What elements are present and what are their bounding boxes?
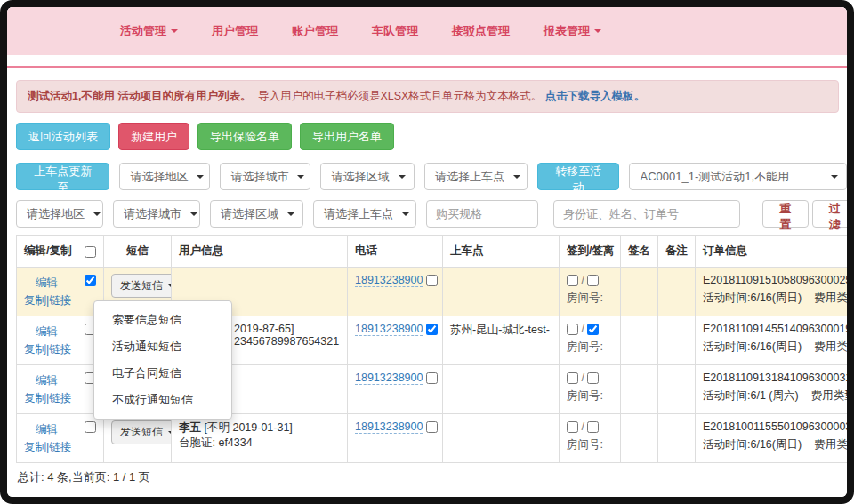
nav-item-account-management[interactable]: 账户管理 bbox=[292, 23, 338, 39]
export-insurance-list-button[interactable]: 导出保险名单 bbox=[197, 123, 292, 150]
region-select[interactable]: 请选择地区 bbox=[119, 163, 210, 190]
nav-item-label: 报表管理 bbox=[544, 23, 590, 39]
nav-item-pickup-point-management[interactable]: 接驳点管理 bbox=[452, 23, 510, 39]
chevron-down-icon bbox=[594, 29, 601, 33]
activity-select[interactable]: AC0001_1-测试活动1,不能用 bbox=[629, 163, 847, 190]
menu-item-trip-cancel-notice-sms[interactable]: 不成行通知短信 bbox=[94, 387, 231, 413]
sign-in-checkbox[interactable] bbox=[567, 372, 578, 384]
sign-separator: / bbox=[581, 274, 584, 286]
select-value: 请选择城市 bbox=[230, 169, 288, 185]
menu-item-request-info-sms[interactable]: 索要信息短信 bbox=[94, 307, 231, 333]
select-value: 请选择地区 bbox=[27, 206, 85, 222]
nav-item-report-management[interactable]: 报表管理 bbox=[544, 23, 601, 39]
send-sms-button[interactable]: 发送短信 bbox=[111, 420, 172, 444]
caret-down-icon bbox=[168, 284, 172, 288]
update-pickup-point-button[interactable]: 上车点更新至 bbox=[16, 163, 109, 190]
order-fee-type: 费用类型 bbox=[814, 340, 847, 353]
header-remark: 备注 bbox=[658, 236, 696, 268]
phone-link[interactable]: 18913238900 bbox=[355, 372, 423, 385]
window-frame: 活动管理 用户管理 账户管理 车队管理 接驳点管理 报表管理 测试活动1,不能用… bbox=[0, 0, 854, 504]
send-sms-label: 发送短信 bbox=[120, 425, 163, 440]
order-id: E20181109131841096300031 bbox=[703, 372, 847, 384]
order-time: 活动时间:6/16(周日) bbox=[703, 438, 802, 451]
navbar-divider bbox=[7, 66, 847, 68]
edit-link[interactable]: 编辑 bbox=[36, 325, 58, 338]
filter-button[interactable]: 过滤 bbox=[812, 200, 848, 228]
edit-link[interactable]: 编辑 bbox=[36, 276, 58, 289]
send-sms-button[interactable]: 发送短信 bbox=[111, 274, 172, 298]
order-id: E20181001155501096300003 bbox=[703, 420, 847, 433]
phone-checkbox[interactable] bbox=[426, 372, 438, 384]
reset-button[interactable]: 重置 bbox=[762, 200, 809, 228]
sign-in-checkbox[interactable] bbox=[567, 275, 578, 286]
caret-down-icon bbox=[402, 212, 409, 216]
row-checkbox[interactable] bbox=[85, 275, 96, 286]
nav-item-activity-management[interactable]: 活动管理 bbox=[120, 23, 178, 39]
nav-item-label: 用户管理 bbox=[212, 23, 258, 39]
nav-item-user-management[interactable]: 用户管理 bbox=[212, 23, 258, 39]
header-order-info: 订单信息 bbox=[696, 236, 848, 268]
table-header-row: 编辑/复制 短信 用户信息 电话 上车点 签到/签离 签名 备注 订单信息 bbox=[17, 236, 848, 268]
sign-in-checkbox[interactable] bbox=[567, 324, 578, 335]
order-id: E20181109151058096300025 bbox=[703, 274, 847, 286]
sign-separator: / bbox=[581, 372, 584, 384]
district-select[interactable]: 请选择区域 bbox=[320, 163, 414, 190]
sms-dropdown-menu: 索要信息短信 活动通知短信 电子合同短信 不成行通知短信 bbox=[93, 300, 232, 420]
menu-item-activity-notice-sms[interactable]: 活动通知短信 bbox=[94, 333, 231, 360]
phone-checkbox[interactable] bbox=[426, 275, 438, 286]
copy-link[interactable]: 复制|链接 bbox=[24, 392, 71, 404]
copy-link[interactable]: 复制|链接 bbox=[24, 294, 71, 307]
menu-item-e-contract-sms[interactable]: 电子合同短信 bbox=[94, 360, 231, 387]
sign-out-checkbox[interactable] bbox=[587, 421, 599, 433]
search-input[interactable] bbox=[553, 200, 740, 228]
room-number-label: 房间号: bbox=[567, 388, 613, 404]
sign-out-checkbox[interactable] bbox=[587, 275, 599, 286]
user-id-line: 23456789987654321 bbox=[234, 335, 340, 348]
select-value: AC0001_1-测试活动1,不能用 bbox=[640, 169, 789, 185]
header-phone: 电话 bbox=[348, 236, 443, 268]
sign-out-checkbox[interactable] bbox=[587, 324, 599, 335]
copy-link[interactable]: 复制|链接 bbox=[24, 441, 71, 453]
district-filter-select[interactable]: 请选择区域 bbox=[210, 200, 303, 228]
city-filter-select[interactable]: 请选择城市 bbox=[113, 200, 200, 228]
header-sms: 短信 bbox=[104, 236, 172, 268]
nav-item-fleet-management[interactable]: 车队管理 bbox=[372, 23, 418, 39]
alert-banner: 测试活动1,不能用 活动项目的所有用户列表。 导入用户的电子档必须是XLSX格式… bbox=[16, 80, 839, 113]
alert-text: 导入用户的电子档必须是XLSX格式且单元格为文本格式。 bbox=[258, 90, 542, 102]
new-user-button[interactable]: 新建用户 bbox=[118, 123, 189, 150]
edit-link[interactable]: 编辑 bbox=[36, 423, 58, 436]
nav-item-label: 账户管理 bbox=[292, 23, 338, 39]
chevron-down-icon bbox=[171, 29, 178, 33]
user-id-line: 台胞证: ef4334 bbox=[179, 436, 340, 451]
user-meta: 2019-87-65] bbox=[234, 323, 294, 335]
select-value: 请选择区域 bbox=[221, 206, 278, 222]
sign-in-checkbox[interactable] bbox=[567, 421, 578, 433]
phone-checkbox[interactable] bbox=[426, 421, 438, 433]
filter-row-pickup-update: 上车点更新至 请选择地区 请选择城市 请选择区域 请选择上车点 转移至活动 AC… bbox=[16, 163, 847, 190]
export-user-list-button[interactable]: 导出用户名单 bbox=[300, 123, 394, 150]
header-signature: 签名 bbox=[621, 236, 658, 268]
region-filter-select[interactable]: 请选择地区 bbox=[16, 200, 103, 228]
edit-link[interactable]: 编辑 bbox=[36, 374, 58, 387]
phone-link[interactable]: 18913238900 bbox=[355, 274, 423, 287]
phone-checkbox[interactable] bbox=[426, 324, 438, 335]
select-all-checkbox[interactable] bbox=[85, 246, 96, 258]
city-select[interactable]: 请选择城市 bbox=[220, 163, 310, 190]
row-checkbox[interactable] bbox=[85, 421, 96, 433]
sign-out-checkbox[interactable] bbox=[587, 372, 599, 384]
sign-separator: / bbox=[581, 323, 584, 335]
purchase-spec-input[interactable] bbox=[426, 200, 538, 228]
table-row: 编辑 复制|链接 发送短信 李五 [不明 2019-01-31] 台胞证: ef… bbox=[17, 414, 848, 463]
copy-link[interactable]: 复制|链接 bbox=[24, 343, 71, 356]
phone-link[interactable]: 18913238900 bbox=[355, 323, 423, 336]
select-value: 请选择区域 bbox=[331, 169, 389, 185]
download-template-link[interactable]: 点击下载导入模板。 bbox=[545, 90, 646, 102]
caret-down-icon bbox=[513, 175, 520, 179]
pickup-point-select[interactable]: 请选择上车点 bbox=[424, 163, 528, 190]
toolbar: 返回活动列表 新建用户 导出保险名单 导出用户名单 bbox=[16, 123, 394, 150]
transfer-to-activity-button[interactable]: 转移至活动 bbox=[537, 163, 620, 190]
pickup-filter-select[interactable]: 请选择上车点 bbox=[313, 200, 416, 228]
caret-down-icon bbox=[190, 212, 197, 216]
phone-link[interactable]: 18913238900 bbox=[355, 420, 423, 434]
back-to-activity-list-button[interactable]: 返回活动列表 bbox=[16, 123, 110, 150]
